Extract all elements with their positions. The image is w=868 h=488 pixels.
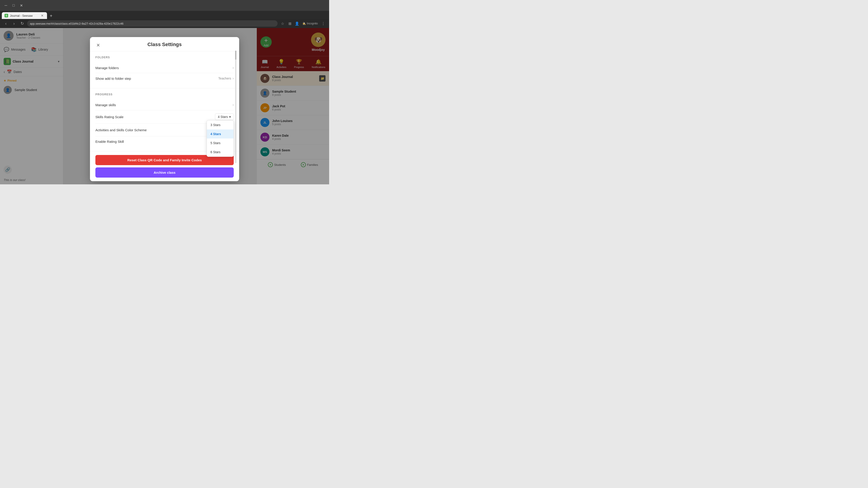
address-bar: ‹ › ↻ ☆ ⊞ 👤 🕵 Incognito ⋮ [0, 19, 329, 28]
new-tab-btn[interactable]: + [48, 13, 54, 19]
folders-section: FOLDERS Manage folders › Show add to fol… [90, 51, 239, 88]
manage-skills-arrow: › [232, 103, 234, 107]
url-input[interactable] [27, 20, 278, 27]
browser-controls: ─ □ ✕ [3, 2, 24, 8]
back-btn[interactable]: ‹ [3, 20, 9, 27]
tab-bar: S Journal - Seesaw ✕ + [0, 11, 329, 19]
dropdown-chevron: ▾ [229, 115, 231, 119]
profile-btn[interactable]: 👤 [294, 20, 300, 27]
manage-skills-row[interactable]: Manage skills › [95, 100, 234, 110]
folders-section-title: FOLDERS [95, 56, 234, 59]
close-btn[interactable]: ✕ [18, 2, 24, 8]
show-add-folder-row[interactable]: Show add to folder step Teachers › [95, 73, 234, 84]
manage-skills-label: Manage skills [95, 103, 116, 107]
dropdown-option-3stars[interactable]: 3 Stars [207, 121, 234, 129]
modal-title: Class Settings [147, 41, 182, 47]
progress-section: PROGRESS Manage skills › Skills Rating S… [90, 88, 239, 151]
dropdown-option-4stars[interactable]: 4 Stars [207, 129, 234, 138]
tab-favicon: S [4, 14, 8, 18]
modal-overlay[interactable]: ✕ Class Settings FOLDERS Manage folders … [0, 28, 329, 184]
extensions-btn[interactable]: ⊞ [287, 20, 293, 27]
archive-class-btn[interactable]: Archive class [95, 167, 234, 177]
tab-close-btn[interactable]: ✕ [40, 13, 44, 18]
maximize-btn[interactable]: □ [10, 2, 17, 8]
scroll-indicator [235, 51, 237, 163]
show-add-label: Show add to folder step [95, 76, 131, 80]
color-scheme-label: Activities and Skills Color Scheme [95, 128, 147, 132]
class-settings-modal: ✕ Class Settings FOLDERS Manage folders … [90, 37, 239, 181]
manage-folders-row[interactable]: Manage folders › [95, 63, 234, 73]
forward-btn[interactable]: › [11, 20, 17, 27]
show-add-arrow: › [232, 76, 234, 80]
manage-folders-label: Manage folders [95, 66, 119, 70]
incognito-badge: 🕵 Incognito [301, 22, 319, 26]
skills-rating-dropdown[interactable]: 4 Stars ▾ 3 Stars 4 Stars 5 Stars 6 Star… [215, 113, 234, 120]
modal-close-btn[interactable]: ✕ [94, 41, 102, 49]
skills-rating-label: Skills Rating Scale [95, 115, 123, 119]
address-bar-icons: ☆ ⊞ 👤 🕵 Incognito ⋮ [279, 20, 327, 27]
bookmark-btn[interactable]: ☆ [279, 20, 286, 27]
enable-rating-label: Enable Rating Skill [95, 140, 124, 143]
modal-scroll-area[interactable]: FOLDERS Manage folders › Show add to fol… [90, 51, 239, 181]
browser-chrome: ─ □ ✕ [0, 0, 329, 11]
manage-folders-arrow: › [232, 66, 234, 70]
dropdown-menu: 3 Stars 4 Stars 5 Stars 6 Stars [207, 120, 234, 157]
show-add-value: Teachers › [218, 76, 234, 80]
incognito-icon: 🕵 [303, 22, 306, 25]
dropdown-trigger-btn[interactable]: 4 Stars ▾ [215, 113, 234, 120]
menu-btn[interactable]: ⋮ [320, 20, 327, 27]
dropdown-option-5stars[interactable]: 5 Stars [207, 138, 234, 148]
active-tab[interactable]: S Journal - Seesaw ✕ [2, 12, 47, 19]
app-container: 👤 Lauren Deli Teacher - 2 Classes 💬 Mess… [0, 28, 329, 184]
refresh-btn[interactable]: ↻ [19, 20, 25, 27]
dropdown-option-6stars[interactable]: 6 Stars [207, 148, 234, 157]
minimize-btn[interactable]: ─ [3, 2, 9, 8]
modal-header: ✕ Class Settings [90, 37, 239, 51]
scroll-thumb [235, 51, 237, 60]
progress-section-title: PROGRESS [95, 93, 234, 96]
skills-rating-row: Skills Rating Scale 4 Stars ▾ 3 Stars 4 … [95, 110, 234, 124]
tab-title: Journal - Seesaw [10, 14, 33, 18]
